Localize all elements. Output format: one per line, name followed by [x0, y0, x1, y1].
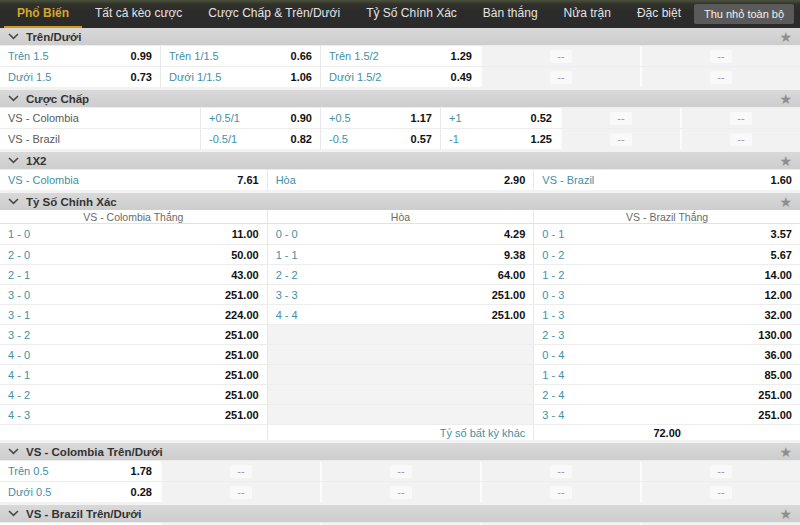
odds-value: 5.67	[771, 249, 792, 261]
section-handicap-header[interactable]: Cược Chấp ★	[0, 90, 800, 107]
score-odds-cell-empty	[267, 405, 534, 424]
score-odds-cell[interactable]: 1 - 214.00	[533, 265, 800, 284]
score-label: 1 - 0	[8, 228, 30, 240]
score-odds-cell[interactable]: 0 - 25.67	[533, 245, 800, 264]
section-brazil-over-under-header[interactable]: VS - Brazil Trên/Dưới ★	[0, 505, 800, 522]
odds-cell[interactable]: Dưới 0.50.28	[0, 482, 160, 502]
odds-cell[interactable]: Dưới 1.5/20.49	[320, 67, 480, 87]
odds-value: 0.52	[531, 112, 552, 124]
score-odds-cell[interactable]: 3 - 0251.00	[0, 285, 267, 304]
score-odds-cell[interactable]: 1 - 011.00	[0, 224, 267, 244]
odds-cell-disabled: --	[640, 46, 800, 66]
odds-cell[interactable]: +0.5/10.90	[200, 108, 320, 128]
tab-dac-biet[interactable]: Đặc biệt	[624, 0, 694, 28]
odds-value: 0.57	[411, 133, 432, 145]
score-odds-cell[interactable]: 1 - 332.00	[533, 305, 800, 324]
score-odds-cell-empty	[267, 345, 534, 364]
favorite-star-icon[interactable]: ★	[779, 154, 792, 168]
odds-cell[interactable]: Trên 1.5/21.29	[320, 46, 480, 66]
score-odds-cell[interactable]: 3 - 1224.00	[0, 305, 267, 324]
odds-value: 43.00	[231, 269, 259, 281]
score-label: 4 - 3	[8, 409, 30, 421]
odds-cell-disabled: --	[480, 482, 640, 502]
odds-cell-disabled: --	[680, 108, 800, 128]
odds-row: Trên 1.50.99 Trên 1/1.50.66 Trên 1.5/21.…	[0, 45, 800, 66]
section-title: 1X2	[26, 155, 779, 167]
odds-cell[interactable]: -0.5/10.82	[200, 129, 320, 149]
odds-cell[interactable]: Dưới 1/1.51.06	[160, 67, 320, 87]
section-colombia-over-under: VS - Colombia Trên/Dưới ★ Trên 0.51.78 -…	[0, 443, 800, 502]
odds-cell[interactable]: -0.50.57	[320, 129, 440, 149]
score-odds-cell[interactable]: 0 - 13.57	[533, 224, 800, 244]
favorite-star-icon[interactable]: ★	[779, 195, 792, 209]
odds-cell[interactable]: -11.25	[440, 129, 560, 149]
tab-cuoc-chap-tren-duoi[interactable]: Cược Chấp & Trên/Dưới	[195, 0, 353, 28]
score-odds-cell[interactable]: 3 - 3251.00	[267, 285, 534, 304]
odds-value: 0.90	[291, 112, 312, 124]
selection-label: -0.5/1	[209, 133, 237, 145]
tab-ty-so-chinh-xac[interactable]: Tỷ Số Chính Xác	[353, 0, 470, 28]
selection-label: Dưới 1/1.5	[169, 71, 222, 83]
tab-nua-tran[interactable]: Nửa trận	[551, 0, 624, 28]
score-label: 0 - 1	[542, 228, 564, 240]
score-odds-cell[interactable]: 4 - 3251.00	[0, 405, 267, 424]
any-other-score-odds-cell[interactable]: 72.00	[533, 425, 800, 440]
score-odds-cell[interactable]: 4 - 1251.00	[0, 365, 267, 384]
score-odds-cell[interactable]: 3 - 4251.00	[533, 405, 800, 424]
section-handicap: Cược Chấp ★ VS - Colombia +0.5/10.90 +0.…	[0, 90, 800, 149]
chevron-down-icon	[8, 157, 19, 164]
score-odds-cell[interactable]: 2 - 264.00	[267, 265, 534, 284]
score-odds-cell[interactable]: 4 - 4251.00	[267, 305, 534, 324]
score-odds-cell[interactable]: 2 - 143.00	[0, 265, 267, 284]
odds-row: VS - Brazil -0.5/10.82 -0.50.57 -11.25 -…	[0, 128, 800, 149]
score-label: 3 - 3	[276, 289, 298, 301]
odds-cell-home[interactable]: VS - Colombia7.61	[0, 170, 267, 190]
favorite-star-icon[interactable]: ★	[779, 92, 792, 106]
favorite-star-icon[interactable]: ★	[779, 445, 792, 459]
score-odds-cell[interactable]: 1 - 19.38	[267, 245, 534, 264]
favorite-star-icon[interactable]: ★	[779, 30, 792, 44]
odds-cell-disabled: --	[160, 482, 320, 502]
score-label: 3 - 0	[8, 289, 30, 301]
odds-cell-draw[interactable]: Hòa2.90	[267, 170, 534, 190]
section-over-under-header[interactable]: Trên/Dưới ★	[0, 28, 800, 45]
odds-value: 1.78	[131, 465, 152, 477]
score-odds-cell[interactable]: 0 - 312.00	[533, 285, 800, 304]
odds-value: 251.00	[225, 369, 259, 381]
section-correct-score: Tỷ Số Chính Xác ★ VS - Colombia Thắng Hò…	[0, 193, 800, 440]
odds-cell-disabled: --	[160, 461, 320, 481]
collapse-all-button[interactable]: Thu nhỏ toàn bộ	[694, 4, 794, 24]
score-odds-cell[interactable]: 2 - 050.00	[0, 245, 267, 264]
score-odds-cell[interactable]: 0 - 436.00	[533, 345, 800, 364]
score-odds-cell[interactable]: 0 - 04.29	[267, 224, 534, 244]
odds-cell-disabled: --	[640, 482, 800, 502]
odds-value: 130.00	[758, 329, 792, 341]
odds-cell[interactable]: +0.51.17	[320, 108, 440, 128]
tab-tat-ca-keo-cuoc[interactable]: Tất cả kèo cược	[82, 0, 195, 28]
odds-cell[interactable]: Trên 1.50.99	[0, 46, 160, 66]
odds-value: 251.00	[225, 329, 259, 341]
odds-cell-disabled: --	[480, 67, 640, 87]
column-header-home-win: VS - Colombia Thắng	[0, 210, 267, 223]
score-odds-cell[interactable]: 3 - 2251.00	[0, 325, 267, 344]
score-odds-cell[interactable]: 2 - 4251.00	[533, 385, 800, 404]
score-odds-cell[interactable]: 4 - 2251.00	[0, 385, 267, 404]
score-label: 2 - 4	[542, 389, 564, 401]
odds-cell[interactable]: Trên 1/1.50.66	[160, 46, 320, 66]
any-other-score-cell[interactable]: Tỷ số bất kỳ khác	[267, 425, 534, 440]
odds-cell-away[interactable]: VS - Brazil1.60	[533, 170, 800, 190]
odds-value: 0.49	[451, 71, 472, 83]
score-odds-cell[interactable]: 2 - 3130.00	[533, 325, 800, 344]
tab-pho-bien[interactable]: Phổ Biến	[4, 0, 82, 28]
odds-cell[interactable]: Trên 0.51.78	[0, 461, 160, 481]
score-odds-cell[interactable]: 1 - 485.00	[533, 365, 800, 384]
favorite-star-icon[interactable]: ★	[779, 507, 792, 521]
section-correct-score-header[interactable]: Tỷ Số Chính Xác ★	[0, 193, 800, 210]
score-odds-cell[interactable]: 4 - 0251.00	[0, 345, 267, 364]
section-colombia-over-under-header[interactable]: VS - Colombia Trên/Dưới ★	[0, 443, 800, 460]
odds-cell[interactable]: Dưới 1.50.73	[0, 67, 160, 87]
tab-ban-thang[interactable]: Bàn thắng	[470, 0, 551, 28]
section-1x2-header[interactable]: 1X2 ★	[0, 152, 800, 169]
odds-cell[interactable]: +10.52	[440, 108, 560, 128]
odds-value: 36.00	[764, 349, 792, 361]
